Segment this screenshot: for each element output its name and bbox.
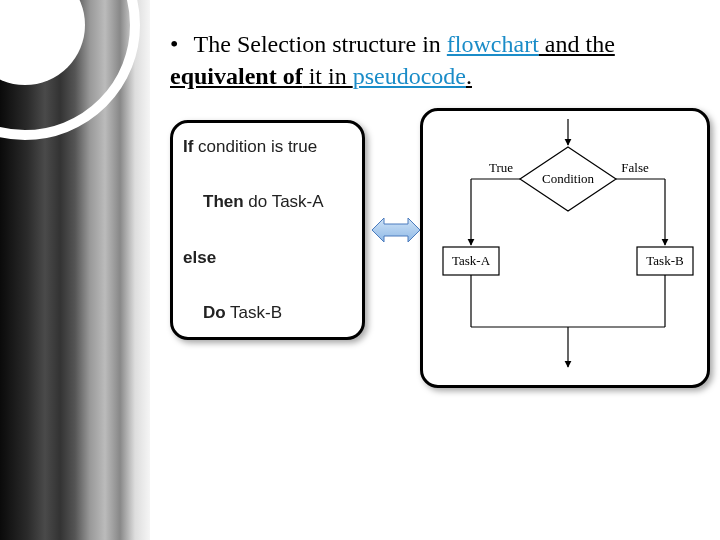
label-condition: Condition [542,171,595,186]
keyword-then: Then [203,192,244,211]
pseudocode-line-else: else [183,248,352,268]
text-fragment: The Selection structure in [194,31,447,57]
text-fragment: it in [303,63,353,89]
keyword-if: If [183,137,193,156]
pseudocode-line-do: Do Task-B [183,303,352,323]
text-fragment: Task-B [226,303,282,322]
bullet-dot: • [170,28,188,60]
label-true: True [489,160,513,175]
text-pseudocode: pseudocode [353,63,466,89]
pseudocode-line-if: If condition is true [183,137,352,157]
text-flowchart: flowchart [447,31,539,57]
label-task-a: Task-A [452,253,491,268]
label-false: False [621,160,649,175]
double-arrow-icon [372,215,420,245]
pseudocode-panel: If condition is true Then do Task-A else… [170,120,365,340]
slide-bullet-text: • The Selection structure in flowchart a… [170,28,710,93]
label-task-b: Task-B [646,253,684,268]
keyword-do: Do [203,303,226,322]
text-fragment: do Task-A [244,192,324,211]
pseudocode-line-then: Then do Task-A [183,192,352,212]
flowchart-diagram: Condition True False Task-A Task-B [431,117,705,385]
text-fragment: condition is true [193,137,317,156]
keyword-else: else [183,248,216,267]
text-period: . [466,63,472,89]
flowchart-panel: Condition True False Task-A Task-B [420,108,710,388]
text-equivalent: equivalent of [170,63,303,89]
text-fragment: and the [539,31,615,57]
